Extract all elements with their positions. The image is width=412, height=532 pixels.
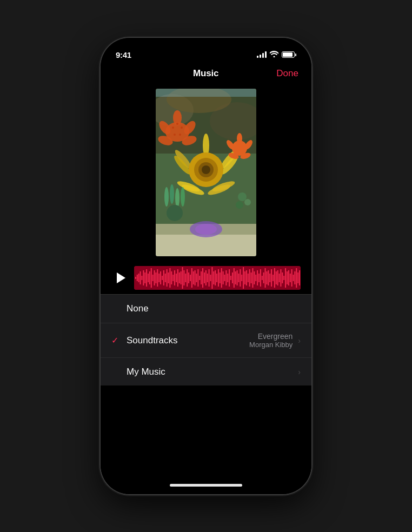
svg-point-46	[244, 199, 251, 205]
svg-rect-83	[188, 272, 189, 283]
item-right-soundtracks: Evergreen Morgan Kibby ›	[249, 332, 301, 349]
svg-rect-93	[204, 272, 205, 283]
svg-rect-86	[193, 271, 194, 284]
svg-rect-51	[138, 274, 139, 282]
svg-rect-108	[227, 274, 228, 282]
svg-rect-81	[185, 274, 186, 282]
svg-rect-136	[271, 269, 272, 287]
svg-rect-152	[296, 268, 297, 288]
item-label-soundtracks: Soundtracks	[127, 335, 178, 346]
svg-rect-70	[168, 272, 169, 283]
svg-rect-58	[149, 271, 150, 284]
svg-rect-80	[183, 270, 184, 285]
svg-rect-92	[202, 268, 203, 288]
svg-rect-84	[190, 275, 191, 281]
svg-rect-118	[243, 267, 244, 289]
battery-icon	[282, 51, 296, 58]
svg-rect-153	[297, 272, 298, 283]
page-title: Music	[193, 68, 218, 79]
svg-point-47	[236, 201, 243, 209]
svg-rect-103	[220, 272, 221, 283]
svg-point-45	[238, 192, 247, 201]
svg-rect-154	[299, 270, 300, 285]
item-label-none: None	[127, 303, 149, 314]
item-left-soundtracks: ✓ Soundtracks	[111, 335, 178, 346]
svg-rect-65	[160, 271, 161, 284]
list-item-none[interactable]: None	[101, 295, 311, 323]
status-time: 9:41	[116, 50, 131, 59]
svg-rect-95	[207, 274, 208, 282]
play-button[interactable]	[111, 269, 129, 287]
svg-rect-150	[293, 275, 294, 281]
checkmark-soundtracks: ✓	[111, 335, 120, 345]
notch	[165, 38, 247, 54]
nav-bar: Music Done	[101, 64, 311, 83]
svg-rect-126	[255, 275, 256, 281]
wifi-icon	[270, 51, 278, 59]
svg-rect-105	[223, 271, 224, 284]
svg-rect-139	[276, 271, 277, 284]
home-indicator[interactable]	[101, 476, 311, 494]
svg-rect-102	[218, 269, 219, 287]
svg-rect-60	[152, 275, 154, 281]
svg-rect-62	[155, 272, 156, 283]
checkmark-my-music	[111, 367, 120, 377]
svg-rect-138	[274, 268, 275, 288]
svg-rect-57	[148, 274, 149, 282]
svg-rect-94	[205, 270, 207, 285]
music-list: None ✓ Soundtracks Evergreen Morgan Kibb…	[101, 295, 311, 385]
svg-rect-144	[283, 276, 284, 280]
svg-rect-61	[154, 270, 155, 285]
svg-rect-99	[213, 271, 214, 284]
svg-rect-135	[269, 274, 270, 282]
svg-rect-77	[179, 272, 180, 283]
svg-point-12	[181, 127, 183, 129]
svg-rect-85	[191, 268, 192, 288]
svg-rect-143	[282, 272, 283, 283]
list-item-soundtracks[interactable]: ✓ Soundtracks Evergreen Morgan Kibby ›	[101, 323, 311, 358]
svg-rect-120	[246, 270, 247, 285]
svg-rect-69	[167, 269, 168, 287]
list-item-my-music[interactable]: My Music ›	[101, 358, 311, 385]
svg-rect-128	[258, 274, 260, 282]
screen: 9:41	[101, 38, 311, 494]
svg-point-14	[179, 134, 181, 136]
svg-point-39	[167, 205, 183, 221]
chevron-my-music: ›	[298, 368, 301, 376]
svg-rect-50	[137, 275, 138, 281]
svg-point-30	[237, 133, 242, 144]
svg-point-37	[175, 188, 180, 208]
done-button[interactable]: Done	[276, 68, 298, 79]
svg-rect-111	[232, 272, 233, 283]
svg-rect-115	[238, 274, 240, 282]
svg-rect-125	[254, 271, 255, 284]
svg-rect-147	[288, 270, 289, 285]
svg-point-36	[170, 184, 174, 204]
svg-rect-146	[287, 271, 288, 284]
svg-rect-104	[221, 268, 222, 288]
svg-rect-72	[171, 271, 172, 284]
status-icons	[257, 51, 296, 59]
svg-rect-131	[263, 272, 264, 283]
svg-rect-142	[280, 269, 281, 287]
svg-rect-49	[135, 277, 136, 279]
item-left-none: None	[111, 303, 149, 314]
svg-rect-127	[257, 270, 258, 285]
svg-rect-149	[291, 269, 293, 287]
svg-rect-59	[151, 268, 152, 288]
svg-rect-148	[290, 274, 291, 282]
track-name-soundtracks: Evergreen	[258, 332, 293, 341]
svg-rect-100	[215, 270, 216, 285]
svg-point-35	[164, 187, 169, 207]
item-label-my-music: My Music	[127, 367, 165, 377]
svg-rect-130	[262, 276, 263, 280]
item-right-my-music: ›	[296, 368, 301, 376]
waveform[interactable]	[134, 266, 301, 290]
svg-rect-75	[176, 274, 177, 282]
svg-point-38	[181, 187, 185, 207]
svg-rect-137	[273, 275, 274, 281]
svg-point-28	[202, 165, 210, 174]
svg-point-13	[172, 127, 174, 129]
video-thumbnail[interactable]	[156, 89, 256, 256]
item-subtitle-soundtracks: Evergreen Morgan Kibby	[249, 332, 293, 349]
